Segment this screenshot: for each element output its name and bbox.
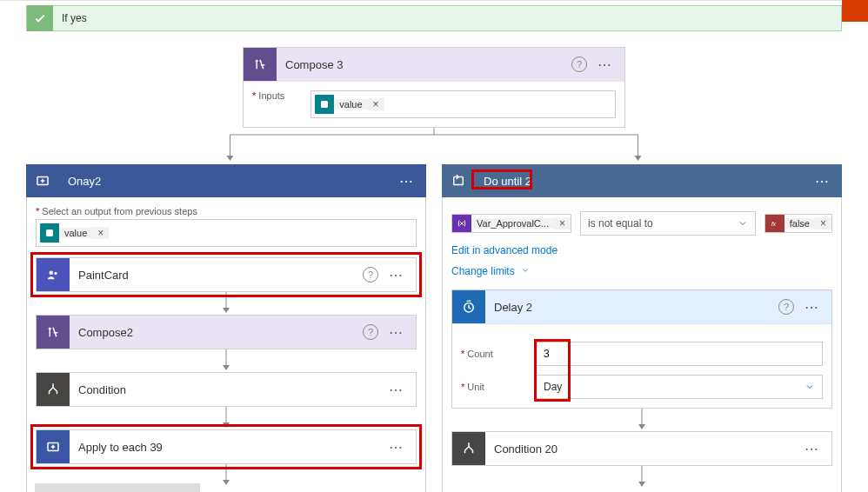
condition20-action[interactable]: Condition 20 ⋯ xyxy=(451,431,832,466)
compose2-action[interactable]: Compose2 ? ⋯ xyxy=(36,315,417,349)
more-menu-icon[interactable]: ⋯ xyxy=(394,173,419,189)
delay2-title: Delay 2 xyxy=(485,301,778,314)
svg-point-3 xyxy=(50,271,54,276)
unit-label: Unit xyxy=(461,382,536,392)
chevron-down-icon xyxy=(805,382,815,392)
compose2-title: Compose2 xyxy=(70,326,363,339)
help-icon[interactable]: ? xyxy=(571,57,587,72)
more-menu-icon[interactable]: ⋯ xyxy=(810,173,835,189)
svg-rect-2 xyxy=(46,229,53,236)
flow-connector xyxy=(26,128,842,164)
paintcard-title: PaintCard xyxy=(70,269,363,282)
remove-token-icon[interactable]: × xyxy=(815,217,831,229)
value-token[interactable]: value × xyxy=(40,223,109,243)
svg-point-4 xyxy=(54,272,57,275)
more-menu-icon[interactable]: ⋯ xyxy=(384,382,409,398)
fx-icon: fx xyxy=(765,214,785,233)
condition-title: Condition xyxy=(70,383,384,396)
clock-icon xyxy=(452,290,485,323)
paintcard-action[interactable]: PaintCard ? ⋯ xyxy=(36,257,417,292)
token-label: false xyxy=(785,218,815,229)
remove-token-icon[interactable]: × xyxy=(554,217,571,229)
more-menu-icon[interactable]: ⋯ xyxy=(384,324,409,341)
help-icon[interactable]: ? xyxy=(363,267,378,283)
compose3-title: Compose 3 xyxy=(277,58,571,71)
unit-select[interactable]: Day xyxy=(536,375,823,399)
token-label: value xyxy=(334,99,367,110)
check-icon xyxy=(27,5,53,31)
remove-token-icon[interactable]: × xyxy=(368,98,384,110)
bottom-scrub xyxy=(35,483,200,492)
flow-connector xyxy=(36,407,417,429)
onay2-scope-header[interactable]: Onay2 ⋯ xyxy=(26,164,426,197)
token-label: Var_ApprovalC... xyxy=(471,218,554,229)
compose-icon xyxy=(37,316,70,349)
count-input[interactable] xyxy=(536,342,823,366)
count-label: Count xyxy=(461,349,536,359)
more-menu-icon[interactable]: ⋯ xyxy=(384,267,409,283)
if-yes-label: If yes xyxy=(53,12,87,24)
fx-token[interactable]: fx false × xyxy=(765,214,832,233)
operator-label: is not equal to xyxy=(588,217,653,229)
apply-to-each-icon xyxy=(26,164,59,197)
flow-connector xyxy=(36,292,417,315)
flow-connector xyxy=(451,466,832,489)
delay2-action[interactable]: Delay 2 ? ⋯ Count Unit xyxy=(451,289,832,409)
inputs-label: Inputs xyxy=(252,90,284,101)
flow-connector xyxy=(36,349,417,372)
select-output-input[interactable]: value × xyxy=(36,219,417,247)
unit-value: Day xyxy=(544,381,562,393)
variable-token[interactable]: Var_ApprovalC... × xyxy=(451,214,571,233)
warning-indicator xyxy=(842,0,868,22)
more-menu-icon[interactable]: ⋯ xyxy=(592,57,618,73)
condition-icon xyxy=(452,432,485,465)
flow-connector xyxy=(451,409,832,431)
do-until-2-title: Do until 2 xyxy=(475,175,810,188)
apply-to-each-39-title: Apply to each 39 xyxy=(70,441,384,454)
edit-advanced-mode-link[interactable]: Edit in advanced mode xyxy=(451,244,558,256)
change-limits-label: Change limits xyxy=(451,265,515,277)
compose3-action[interactable]: Compose 3 ? ⋯ Inputs value × xyxy=(243,47,625,128)
condition-action[interactable]: Condition ⋯ xyxy=(36,372,417,407)
more-menu-icon[interactable]: ⋯ xyxy=(799,299,825,316)
help-icon[interactable]: ? xyxy=(363,324,378,340)
condition-icon xyxy=(37,373,70,406)
value-token[interactable]: value × xyxy=(315,95,384,114)
do-until-2-scope-header[interactable]: Do until 2 ⋯ xyxy=(442,164,842,197)
compose3-input[interactable]: value × xyxy=(310,90,616,118)
select-output-label: Select an output from previous steps xyxy=(36,206,417,216)
more-menu-icon[interactable]: ⋯ xyxy=(384,439,409,455)
operator-select[interactable]: is not equal to xyxy=(580,211,756,236)
onay2-title: Onay2 xyxy=(59,175,394,188)
chevron-down-icon xyxy=(521,266,530,275)
if-yes-branch-header[interactable]: If yes xyxy=(26,5,842,31)
svg-rect-0 xyxy=(321,101,328,108)
token-label: value xyxy=(59,228,92,238)
chevron-down-icon xyxy=(738,218,748,229)
more-menu-icon[interactable]: ⋯ xyxy=(799,441,825,457)
remove-token-icon[interactable]: × xyxy=(92,227,109,239)
dynamic-content-icon xyxy=(315,95,334,114)
condition20-title: Condition 20 xyxy=(485,442,799,455)
svg-rect-6 xyxy=(454,177,464,185)
variable-icon xyxy=(452,214,471,233)
apply-to-each-39-action[interactable]: Apply to each 39 ⋯ xyxy=(36,429,417,464)
apply-to-each-icon xyxy=(37,430,70,463)
change-limits-link[interactable]: Change limits xyxy=(451,265,530,277)
help-icon[interactable]: ? xyxy=(778,299,794,315)
dynamic-content-icon xyxy=(40,223,59,243)
svg-text:fx: fx xyxy=(771,221,777,227)
loop-icon xyxy=(442,164,475,197)
compose-icon xyxy=(244,48,277,81)
teams-icon xyxy=(37,258,70,291)
